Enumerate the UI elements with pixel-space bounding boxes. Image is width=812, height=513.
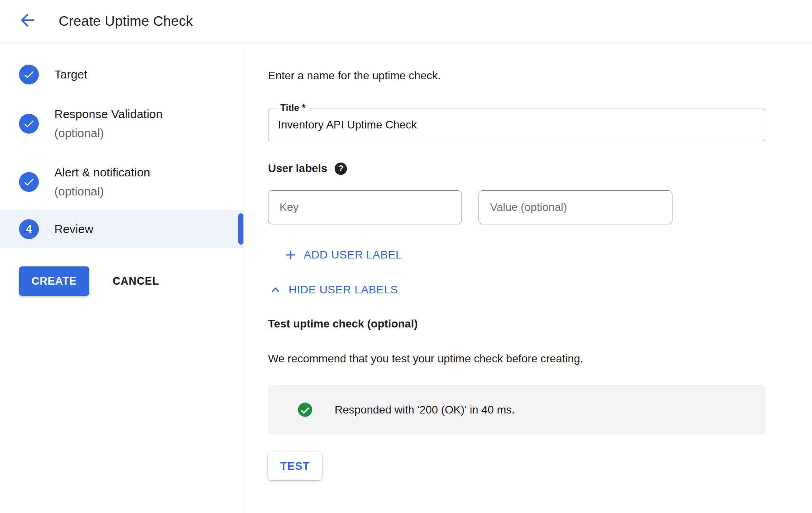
- step-label: Target: [54, 65, 87, 84]
- arrow-back-icon: [17, 10, 37, 30]
- step-label: Response Validation (optional): [54, 105, 163, 143]
- step-number-badge: 4: [19, 219, 39, 239]
- help-icon[interactable]: ?: [335, 163, 347, 175]
- chevron-up-icon: [268, 282, 289, 297]
- stepper-sidebar: Target Response Validation (optional) Al…: [0, 42, 244, 513]
- create-uptime-check-page: Create Uptime Check Target Response Vali…: [0, 0, 812, 513]
- title-field: Title *: [268, 109, 765, 141]
- step-complete-check-icon: [19, 172, 39, 192]
- step-sublabel: (optional): [54, 185, 104, 198]
- title-input[interactable]: [268, 109, 765, 141]
- create-button[interactable]: CREATE: [19, 266, 89, 296]
- step-alert-notification[interactable]: Alert & notification (optional): [0, 162, 244, 202]
- test-result-box: Responded with '200 (OK)' in 40 ms.: [268, 385, 765, 435]
- step-label: Review: [54, 220, 93, 239]
- step-review-active[interactable]: 4 Review: [0, 210, 244, 248]
- user-labels-heading: User labels: [268, 162, 327, 175]
- step-complete-check-icon: [19, 65, 39, 84]
- label-key-input[interactable]: [268, 190, 462, 224]
- hide-user-labels-button[interactable]: HIDE USER LABELS: [268, 282, 398, 297]
- page-header: Create Uptime Check: [0, 0, 812, 42]
- test-button[interactable]: TEST: [268, 452, 322, 480]
- step-response-validation[interactable]: Response Validation (optional): [0, 104, 244, 144]
- test-result-text: Responded with '200 (OK)' in 40 ms.: [335, 404, 515, 416]
- active-step-indicator: [238, 213, 243, 245]
- label-value-input[interactable]: [479, 190, 672, 224]
- test-section-heading: Test uptime check (optional): [268, 318, 418, 330]
- intro-text: Enter a name for the uptime check.: [268, 69, 441, 82]
- plus-icon: [283, 247, 304, 262]
- review-step-content: Enter a name for the uptime check. Title…: [245, 42, 812, 513]
- step-sublabel: (optional): [54, 126, 104, 140]
- back-button[interactable]: [15, 8, 40, 33]
- step-target[interactable]: Target: [0, 65, 244, 84]
- cancel-button[interactable]: CANCEL: [107, 266, 165, 296]
- title-field-label: Title *: [277, 103, 309, 113]
- success-check-icon: [297, 401, 314, 418]
- add-user-label-button[interactable]: ADD USER LABEL: [283, 247, 402, 262]
- step-label: Alert & notification (optional): [54, 163, 150, 201]
- user-labels-header: User labels ?: [268, 162, 347, 175]
- step-complete-check-icon: [19, 114, 39, 134]
- test-section-description: We recommend that you test your uptime c…: [268, 352, 583, 365]
- page-title: Create Uptime Check: [59, 0, 193, 42]
